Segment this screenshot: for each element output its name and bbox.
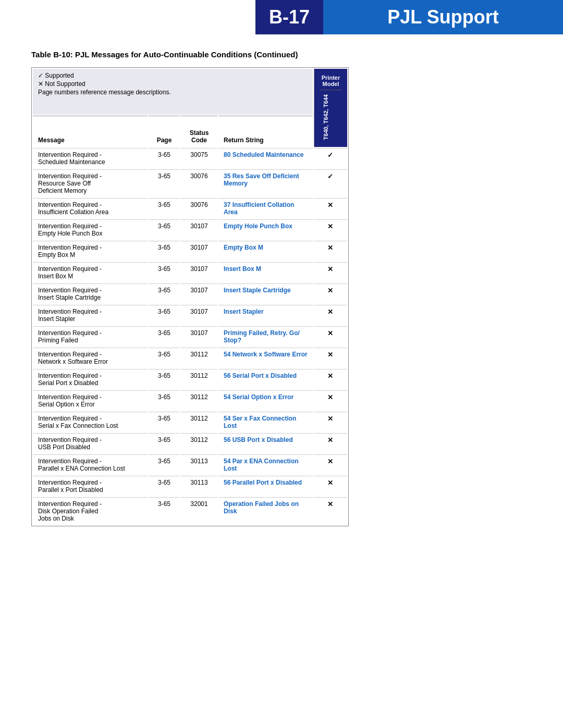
page-cell: 3-65 bbox=[149, 433, 180, 453]
support-indicator: ✕ bbox=[314, 283, 347, 304]
table-row: Intervention Required -USB Port Disabled… bbox=[33, 433, 347, 453]
support-indicator: ✕ bbox=[314, 262, 347, 282]
support-indicator: ✕ bbox=[314, 369, 347, 389]
check-mark-icon: ✓ bbox=[327, 151, 333, 159]
support-indicator: ✕ bbox=[314, 219, 347, 240]
page-cell: 3-65 bbox=[149, 241, 180, 261]
return-string-cell: 54 Serial Option x Error bbox=[218, 390, 313, 411]
x-mark-icon: ✕ bbox=[327, 458, 333, 465]
table-row: Intervention Required -Empty Hole Punch … bbox=[33, 219, 347, 240]
page-cell: 3-65 bbox=[149, 148, 180, 168]
status-code-cell: 30107 bbox=[181, 305, 217, 325]
x-mark-icon: ✕ bbox=[327, 351, 333, 359]
status-code-cell: 32001 bbox=[181, 497, 217, 525]
table-row: Intervention Required -Serial x Fax Conn… bbox=[33, 412, 347, 432]
message-cell: Intervention Required -Scheduled Mainten… bbox=[33, 148, 148, 168]
support-indicator: ✕ bbox=[314, 348, 347, 368]
page-cell: 3-65 bbox=[149, 326, 180, 347]
page-cell: 3-65 bbox=[149, 262, 180, 282]
main-content: Table B-10: PJL Messages for Auto-Contin… bbox=[0, 50, 563, 547]
table-row: Intervention Required -Parallel x Port D… bbox=[33, 476, 347, 496]
return-string-cell: 56 USB Port x Disabled bbox=[218, 433, 313, 453]
status-code-cell: 30107 bbox=[181, 262, 217, 282]
x-mark-icon: ✕ bbox=[327, 287, 333, 294]
return-string-cell: Insert Staple Cartridge bbox=[218, 283, 313, 304]
table-row: Intervention Required -Network x Softwar… bbox=[33, 348, 347, 368]
message-cell: Intervention Required -Insert Stapler bbox=[33, 305, 148, 325]
support-indicator: ✕ bbox=[314, 198, 347, 218]
support-indicator: ✕ bbox=[314, 476, 347, 496]
supported-legend: ✓ Supported bbox=[38, 72, 308, 79]
return-string-cell: Empty Box M bbox=[218, 241, 313, 261]
table-title: Table B-10: PJL Messages for Auto-Contin… bbox=[31, 50, 532, 59]
x-mark-icon: ✕ bbox=[327, 372, 333, 380]
message-cell: Intervention Required -USB Port Disabled bbox=[33, 433, 148, 453]
return-string-cell: Insert Box M bbox=[218, 262, 313, 282]
message-cell: Intervention Required -Insert Staple Car… bbox=[33, 283, 148, 304]
table-row: Intervention Required -Disk Operation Fa… bbox=[33, 497, 347, 525]
message-cell: Intervention Required -Resource Save Off… bbox=[33, 169, 148, 197]
legend-row: ✓ Supported ✕ Not Supported Page numbers… bbox=[33, 69, 347, 115]
message-cell: Intervention Required -Empty Box M bbox=[33, 241, 148, 261]
message-cell: Intervention Required -Serial x Fax Conn… bbox=[33, 412, 148, 432]
status-code-cell: 30076 bbox=[181, 198, 217, 218]
message-cell: Intervention Required -Priming Failed bbox=[33, 326, 148, 347]
support-indicator: ✕ bbox=[314, 497, 347, 525]
page-number: B-17 bbox=[255, 0, 323, 34]
message-header-text: Message bbox=[38, 137, 65, 144]
printer-model-header: PrinterModel T640, T642, T644 bbox=[314, 69, 347, 147]
support-indicator: ✕ bbox=[314, 326, 347, 347]
page-cell: 3-65 bbox=[149, 198, 180, 218]
page-cell: 3-65 bbox=[149, 390, 180, 411]
message-cell: Intervention Required -Serial Option x E… bbox=[33, 390, 148, 411]
page-cell: 3-65 bbox=[149, 305, 180, 325]
table-row: Intervention Required -Resource Save Off… bbox=[33, 169, 347, 197]
table-row: Intervention Required -Serial Port x Dis… bbox=[33, 369, 347, 389]
status-code-cell: 30112 bbox=[181, 412, 217, 432]
return-string-cell: Empty Hole Punch Box bbox=[218, 219, 313, 240]
support-indicator: ✓ bbox=[314, 169, 347, 197]
message-cell: Intervention Required -Serial Port x Dis… bbox=[33, 369, 148, 389]
status-code-cell: 30107 bbox=[181, 326, 217, 347]
page-cell: 3-65 bbox=[149, 497, 180, 525]
status-header-text: StatusCode bbox=[190, 129, 209, 144]
support-indicator: ✕ bbox=[314, 412, 347, 432]
table-row: Intervention Required -Insert Staple Car… bbox=[33, 283, 347, 304]
x-mark-icon: ✕ bbox=[327, 436, 333, 444]
message-cell: Intervention Required -Insufficient Coll… bbox=[33, 198, 148, 218]
table-row: Intervention Required -Priming Failed3-6… bbox=[33, 326, 347, 347]
status-code-cell: 30075 bbox=[181, 148, 217, 168]
column-headers-row: Message Page StatusCode Return String bbox=[33, 116, 347, 147]
page-cell: 3-65 bbox=[149, 412, 180, 432]
not-supported-legend: ✕ Not Supported bbox=[38, 80, 308, 88]
page-cell: 3-65 bbox=[149, 219, 180, 240]
table-row: Intervention Required -Insert Stapler3-6… bbox=[33, 305, 347, 325]
page-cell: 3-65 bbox=[149, 369, 180, 389]
page-header-text: Page bbox=[157, 137, 172, 144]
legend-note: Page numbers reference message descripti… bbox=[38, 89, 308, 96]
page-cell: 3-65 bbox=[149, 348, 180, 368]
x-mark-icon: ✕ bbox=[327, 223, 333, 230]
printer-model-label: PrinterModel bbox=[322, 75, 340, 87]
page-cell: 3-65 bbox=[149, 283, 180, 304]
check-mark-icon: ✓ bbox=[327, 172, 333, 180]
support-indicator: ✕ bbox=[314, 390, 347, 411]
return-string-cell: 56 Parallel Port x Disabled bbox=[218, 476, 313, 496]
x-mark-icon: ✕ bbox=[327, 329, 333, 337]
table-row: Intervention Required -Scheduled Mainten… bbox=[33, 148, 347, 168]
return-col-header: Return String bbox=[218, 116, 313, 147]
table-row: Intervention Required -Serial Option x E… bbox=[33, 390, 347, 411]
status-code-cell: 30112 bbox=[181, 369, 217, 389]
return-string-cell: Operation Failed Jobs onDisk bbox=[218, 497, 313, 525]
x-mark-icon: ✕ bbox=[327, 415, 333, 423]
message-cell: Intervention Required -Empty Hole Punch … bbox=[33, 219, 148, 240]
x-mark-icon: ✕ bbox=[327, 500, 333, 508]
legend-cell: ✓ Supported ✕ Not Supported Page numbers… bbox=[33, 69, 313, 115]
return-string-cell: 54 Par x ENA ConnectionLost bbox=[218, 454, 313, 475]
x-mark-icon: ✕ bbox=[327, 265, 333, 273]
message-cell: Intervention Required -Insert Box M bbox=[33, 262, 148, 282]
page-title: PJL Support bbox=[323, 0, 563, 34]
table-row: Intervention Required -Insufficient Coll… bbox=[33, 198, 347, 218]
return-string-cell: Insert Stapler bbox=[218, 305, 313, 325]
pjl-messages-table: ✓ Supported ✕ Not Supported Page numbers… bbox=[31, 67, 349, 526]
